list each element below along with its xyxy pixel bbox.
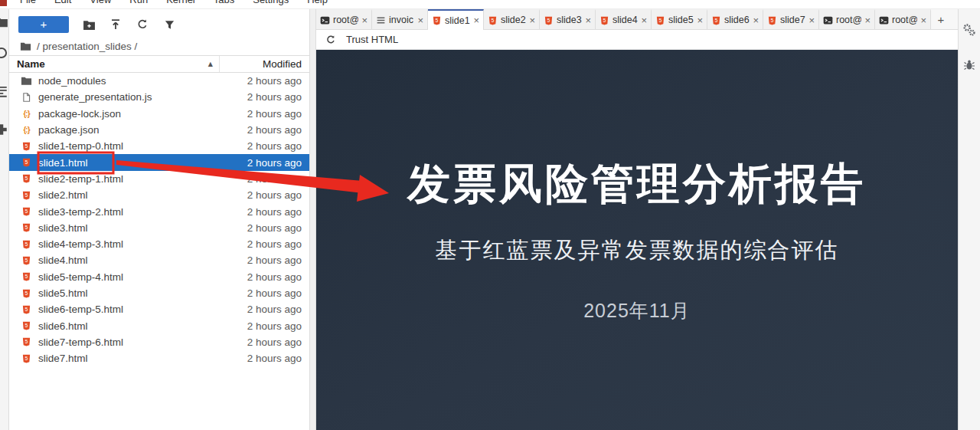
tab-slide4[interactable]: 5slide4× [596, 9, 652, 29]
file-row-package-lock.json[interactable]: {:}package-lock.json2 hours ago [9, 106, 309, 122]
slide-title: 发票风险管理分析报告 [407, 156, 867, 214]
html-icon: 5 [21, 254, 32, 266]
file-name: slide4.html [38, 254, 216, 266]
tab-label: root@… [333, 15, 358, 25]
new-folder-icon[interactable] [82, 18, 96, 31]
file-row-slide3.html[interactable]: 5slide3.html2 hours ago [9, 220, 309, 236]
close-icon[interactable]: × [808, 15, 815, 25]
file-row-slide4-temp-3.html[interactable]: 5slide4-temp-3.html2 hours ago [9, 236, 309, 252]
menu-view[interactable]: View [80, 0, 120, 8]
file-icon [21, 91, 32, 103]
tab-slide7[interactable]: 5slide7× [763, 9, 819, 29]
file-row-slide2-temp-1.html[interactable]: 5slide2-temp-1.html2 hours ago [9, 171, 309, 187]
file-browser-panel: + / presentation_slides / [9, 9, 309, 430]
preview-refresh-icon[interactable] [324, 33, 338, 47]
filter-icon[interactable] [162, 18, 176, 31]
new-launcher-button[interactable]: + [18, 16, 69, 33]
svg-text:5: 5 [25, 290, 28, 295]
file-row-package.json[interactable]: {:}package.json2 hours ago [9, 122, 309, 138]
column-header-modified[interactable]: Modified [219, 56, 309, 72]
file-modified: 2 hours ago [222, 124, 302, 136]
panel-splitter[interactable] [309, 9, 316, 430]
file-row-node_modules[interactable]: node_modules2 hours ago [9, 73, 309, 89]
column-header-name[interactable]: Name ▲ [9, 58, 219, 70]
tab-root[interactable]: root@…× [819, 9, 875, 29]
file-name: slide3.html [38, 222, 216, 234]
file-row-slide7-temp-6.html[interactable]: 5slide7-temp-6.html2 hours ago [9, 334, 309, 350]
file-name: slide7.html [38, 353, 216, 364]
file-modified: 2 hours ago [222, 271, 302, 283]
html-icon: 5 [21, 336, 32, 348]
tab-label: slide1 [445, 15, 470, 26]
file-row-slide7.html[interactable]: 5slide7.html2 hours ago [9, 350, 309, 366]
file-modified: 2 hours ago [222, 222, 302, 234]
tab-label: invoic… [389, 15, 414, 25]
debugger-bug-icon[interactable] [962, 58, 976, 72]
refresh-icon[interactable] [136, 18, 149, 31]
tab-label: root@… [836, 15, 861, 25]
close-icon[interactable]: × [529, 15, 535, 25]
file-name: slide7-temp-6.html [38, 336, 216, 348]
trust-html-button[interactable]: Trust HTML [346, 34, 398, 45]
file-row-slide3-temp-2.html[interactable]: 5slide3-temp-2.html2 hours ago [9, 203, 309, 219]
running-kernels-icon[interactable] [0, 46, 9, 60]
file-row-slide6.html[interactable]: 5slide6.html2 hours ago [9, 317, 309, 333]
close-icon[interactable]: × [585, 15, 591, 25]
tab-slide1[interactable]: 5slide1× [428, 9, 484, 30]
menu-edit[interactable]: Edit [45, 0, 80, 8]
menu-help[interactable]: Help [298, 0, 337, 8]
close-icon[interactable]: × [697, 15, 703, 25]
json-icon: {:} [21, 108, 32, 120]
close-icon[interactable]: × [753, 15, 759, 25]
menu-settings[interactable]: Settings [243, 0, 298, 8]
table-of-contents-icon[interactable] [0, 84, 9, 98]
file-row-slide5.html[interactable]: 5slide5.html2 hours ago [9, 285, 309, 301]
svg-text:5: 5 [25, 274, 28, 279]
file-row-slide1.html[interactable]: 5slide1.html2 hours ago [9, 154, 309, 170]
menu-kernel[interactable]: Kernel [157, 0, 204, 8]
new-tab-button[interactable]: + [931, 9, 951, 29]
breadcrumb[interactable]: / presentation_slides / [9, 37, 309, 55]
file-browser-tab-icon[interactable] [0, 15, 9, 29]
svg-text:5: 5 [25, 307, 28, 312]
tab-root[interactable]: root@…× [316, 9, 372, 29]
menu-file[interactable]: File [11, 0, 45, 8]
menu-tabs[interactable]: Tabs [204, 0, 243, 8]
close-icon[interactable]: × [864, 15, 871, 25]
tab-slide3[interactable]: 5slide3× [540, 9, 596, 29]
property-inspector-icon[interactable] [962, 23, 976, 37]
close-icon[interactable]: × [361, 15, 368, 25]
upload-icon[interactable] [109, 18, 122, 31]
file-row-slide2.html[interactable]: 5slide2.html2 hours ago [9, 187, 309, 203]
close-icon[interactable]: × [417, 15, 423, 25]
close-icon[interactable]: × [641, 15, 647, 25]
folder-icon [21, 75, 32, 87]
tab-slide6[interactable]: 5slide6× [707, 9, 763, 29]
file-name: node_modules [38, 75, 216, 87]
tab-root[interactable]: root@…× [875, 9, 931, 29]
file-name: slide6.html [38, 320, 216, 332]
tab-slide5[interactable]: 5slide5× [652, 9, 707, 29]
close-icon[interactable]: × [920, 15, 926, 25]
file-modified: 2 hours ago [222, 75, 302, 87]
file-row-slide6-temp-5.html[interactable]: 5slide6-temp-5.html2 hours ago [9, 301, 309, 317]
extension-manager-icon[interactable] [0, 123, 9, 136]
menu-bar: FileEditViewRunKernelTabsSettingsHelp [0, 0, 980, 9]
close-icon[interactable]: × [473, 15, 479, 25]
file-row-generate_presentation.js[interactable]: generate_presentation.js2 hours ago [9, 89, 309, 105]
file-row-slide4.html[interactable]: 5slide4.html2 hours ago [9, 252, 309, 268]
html-icon: 5 [21, 173, 32, 185]
tab-bar: root@…×invoic…×5slide1×5slide2×5slide3×5… [316, 9, 958, 30]
file-row-slide5-temp-4.html[interactable]: 5slide5-temp-4.html2 hours ago [9, 269, 309, 285]
file-row-slide1-temp-0.html[interactable]: 5slide1-temp-0.html2 hours ago [9, 138, 309, 154]
tab-invoic[interactable]: invoic…× [372, 9, 428, 29]
file-name: slide5-temp-4.html [38, 271, 216, 283]
html-icon: 5 [432, 15, 442, 25]
html-icon: 5 [21, 271, 32, 283]
html-icon: 5 [21, 140, 32, 152]
svg-text:5: 5 [25, 241, 28, 247]
svg-text:5: 5 [25, 159, 28, 165]
tab-label: slide3 [557, 15, 582, 25]
tab-slide2[interactable]: 5slide2× [484, 9, 540, 29]
menu-run[interactable]: Run [120, 0, 157, 8]
